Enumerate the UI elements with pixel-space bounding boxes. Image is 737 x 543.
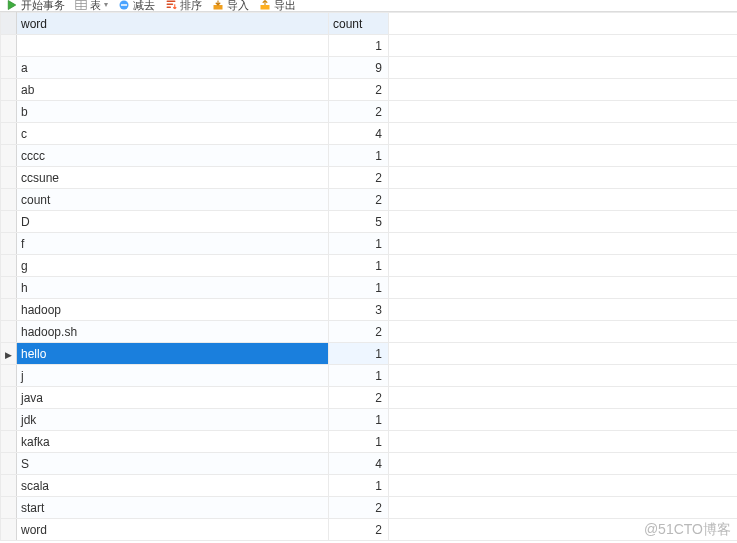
- cell-word[interactable]: g: [17, 255, 329, 277]
- cell-word[interactable]: [17, 35, 329, 57]
- table-row[interactable]: b2: [1, 101, 738, 123]
- cell-word[interactable]: D: [17, 211, 329, 233]
- cell-count[interactable]: 2: [329, 497, 389, 519]
- cell-word[interactable]: kafka: [17, 431, 329, 453]
- cell-word[interactable]: hello: [17, 343, 329, 365]
- table-row[interactable]: g1: [1, 255, 738, 277]
- cell-count[interactable]: 1: [329, 145, 389, 167]
- row-gutter[interactable]: [1, 233, 17, 255]
- cell-count[interactable]: 4: [329, 123, 389, 145]
- cell-word[interactable]: start: [17, 497, 329, 519]
- toolbar-run-button[interactable]: 开始事务: [6, 0, 65, 11]
- cell-word[interactable]: jdk: [17, 409, 329, 431]
- row-gutter[interactable]: [1, 167, 17, 189]
- cell-count[interactable]: 2: [329, 387, 389, 409]
- cell-word[interactable]: h: [17, 277, 329, 299]
- table-row[interactable]: a9: [1, 57, 738, 79]
- column-header-count[interactable]: count: [329, 13, 389, 35]
- toolbar-table-button[interactable]: 表▾: [75, 0, 108, 11]
- table-row[interactable]: D5: [1, 211, 738, 233]
- table-row[interactable]: count2: [1, 189, 738, 211]
- row-gutter[interactable]: [1, 299, 17, 321]
- cell-word[interactable]: hadoop: [17, 299, 329, 321]
- cell-count[interactable]: 1: [329, 35, 389, 57]
- row-gutter[interactable]: [1, 365, 17, 387]
- row-gutter[interactable]: [1, 211, 17, 233]
- cell-word[interactable]: c: [17, 123, 329, 145]
- row-gutter[interactable]: [1, 57, 17, 79]
- table-row[interactable]: c4: [1, 123, 738, 145]
- row-gutter[interactable]: [1, 101, 17, 123]
- table-row[interactable]: jdk1: [1, 409, 738, 431]
- cell-count[interactable]: 1: [329, 343, 389, 365]
- row-gutter[interactable]: [1, 431, 17, 453]
- row-gutter[interactable]: [1, 79, 17, 101]
- row-gutter[interactable]: [1, 343, 17, 365]
- table-row[interactable]: hadoop.sh2: [1, 321, 738, 343]
- row-gutter[interactable]: [1, 145, 17, 167]
- cell-count[interactable]: 2: [329, 189, 389, 211]
- table-row[interactable]: j1: [1, 365, 738, 387]
- cell-word[interactable]: cccc: [17, 145, 329, 167]
- table-row[interactable]: start2: [1, 497, 738, 519]
- cell-count[interactable]: 1: [329, 475, 389, 497]
- cell-count[interactable]: 2: [329, 79, 389, 101]
- cell-word[interactable]: java: [17, 387, 329, 409]
- table-row[interactable]: word2: [1, 519, 738, 541]
- table-row[interactable]: scala1: [1, 475, 738, 497]
- cell-word[interactable]: S: [17, 453, 329, 475]
- table-row[interactable]: ccsune2: [1, 167, 738, 189]
- cell-word[interactable]: j: [17, 365, 329, 387]
- table-row[interactable]: java2: [1, 387, 738, 409]
- toolbar-export-button[interactable]: 导出: [259, 0, 296, 11]
- row-gutter[interactable]: [1, 189, 17, 211]
- row-gutter[interactable]: [1, 35, 17, 57]
- toolbar-import-button[interactable]: 导入: [212, 0, 249, 11]
- cell-count[interactable]: 2: [329, 321, 389, 343]
- cell-word[interactable]: word: [17, 519, 329, 541]
- cell-word[interactable]: a: [17, 57, 329, 79]
- cell-count[interactable]: 2: [329, 167, 389, 189]
- table-row[interactable]: f1: [1, 233, 738, 255]
- cell-count[interactable]: 3: [329, 299, 389, 321]
- toolbar-sort-button[interactable]: 排序: [165, 0, 202, 11]
- table-row[interactable]: h1: [1, 277, 738, 299]
- cell-count[interactable]: 1: [329, 431, 389, 453]
- table-row[interactable]: kafka1: [1, 431, 738, 453]
- row-gutter[interactable]: [1, 409, 17, 431]
- table-row[interactable]: hadoop3: [1, 299, 738, 321]
- table-row[interactable]: cccc1: [1, 145, 738, 167]
- cell-word[interactable]: b: [17, 101, 329, 123]
- toolbar-minus-button[interactable]: 减去: [118, 0, 155, 11]
- cell-word[interactable]: f: [17, 233, 329, 255]
- row-gutter[interactable]: [1, 475, 17, 497]
- cell-word[interactable]: hadoop.sh: [17, 321, 329, 343]
- row-gutter[interactable]: [1, 321, 17, 343]
- cell-count[interactable]: 1: [329, 365, 389, 387]
- cell-count[interactable]: 1: [329, 409, 389, 431]
- row-gutter[interactable]: [1, 497, 17, 519]
- table-row[interactable]: 1: [1, 35, 738, 57]
- table-row[interactable]: hello1: [1, 343, 738, 365]
- row-gutter[interactable]: [1, 453, 17, 475]
- cell-count[interactable]: 9: [329, 57, 389, 79]
- table-row[interactable]: ab2: [1, 79, 738, 101]
- row-gutter[interactable]: [1, 277, 17, 299]
- cell-word[interactable]: scala: [17, 475, 329, 497]
- cell-count[interactable]: 5: [329, 211, 389, 233]
- column-header-word[interactable]: word: [17, 13, 329, 35]
- row-gutter[interactable]: [1, 123, 17, 145]
- row-gutter[interactable]: [1, 387, 17, 409]
- cell-count[interactable]: 2: [329, 519, 389, 541]
- row-gutter[interactable]: [1, 255, 17, 277]
- cell-count[interactable]: 1: [329, 255, 389, 277]
- cell-count[interactable]: 2: [329, 101, 389, 123]
- table-row[interactable]: S4: [1, 453, 738, 475]
- row-gutter[interactable]: [1, 519, 17, 541]
- cell-count[interactable]: 4: [329, 453, 389, 475]
- cell-count[interactable]: 1: [329, 277, 389, 299]
- cell-count[interactable]: 1: [329, 233, 389, 255]
- cell-word[interactable]: ab: [17, 79, 329, 101]
- cell-word[interactable]: count: [17, 189, 329, 211]
- cell-word[interactable]: ccsune: [17, 167, 329, 189]
